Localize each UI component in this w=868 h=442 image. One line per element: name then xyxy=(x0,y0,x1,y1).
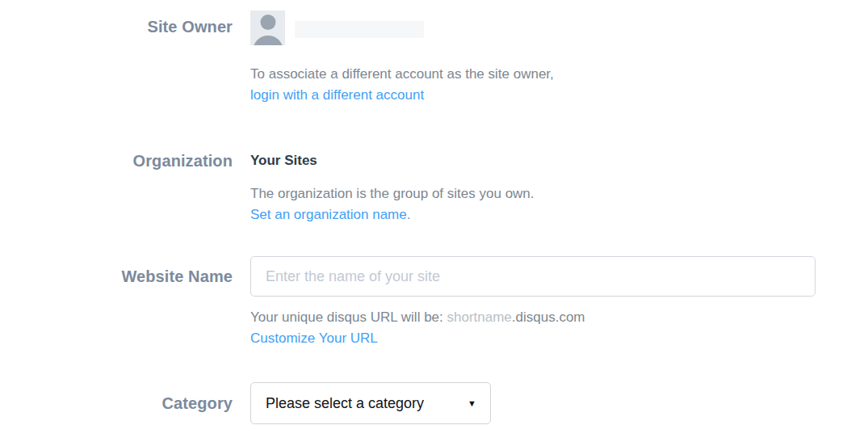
site-owner-row: Site Owner To associate a different acco… xyxy=(0,11,868,106)
set-organization-name-link[interactable]: Set an organization name. xyxy=(250,204,868,225)
owner-identity xyxy=(250,11,868,45)
site-owner-label: Site Owner xyxy=(148,18,233,36)
organization-row: Organization Your Sites The organization… xyxy=(0,152,868,225)
login-different-account-link[interactable]: login with a different account xyxy=(250,85,868,106)
category-row: Category Please select a category ▼ xyxy=(0,382,868,424)
organization-label: Organization xyxy=(133,152,233,170)
owner-avatar-icon xyxy=(250,11,285,45)
owner-name-redacted xyxy=(295,21,424,38)
create-site-form: Site Owner To associate a different acco… xyxy=(0,0,868,424)
avatar-shoulders-icon xyxy=(253,36,283,45)
url-help-prefix: Your unique disqus URL will be: xyxy=(250,309,447,325)
category-select[interactable]: Please select a category ▼ xyxy=(250,382,491,424)
url-shortname-placeholder: shortname xyxy=(447,309,512,325)
category-label: Category xyxy=(162,394,233,412)
url-domain-suffix: .disqus.com xyxy=(512,309,585,325)
category-selected-value: Please select a category xyxy=(266,395,424,412)
website-name-row: Website Name Your unique disqus URL will… xyxy=(0,256,868,349)
site-owner-help-text: To associate a different account as the … xyxy=(250,66,554,82)
customize-url-link[interactable]: Customize Your URL xyxy=(250,328,868,349)
unique-url-help: Your unique disqus URL will be: shortnam… xyxy=(250,307,868,349)
organization-help-text: The organization is the group of sites y… xyxy=(250,186,535,201)
website-name-label: Website Name xyxy=(121,267,233,285)
chevron-down-icon: ▼ xyxy=(468,398,476,408)
organization-value: Your Sites xyxy=(250,152,868,170)
avatar-head-icon xyxy=(260,15,275,30)
website-name-input[interactable] xyxy=(250,256,816,297)
